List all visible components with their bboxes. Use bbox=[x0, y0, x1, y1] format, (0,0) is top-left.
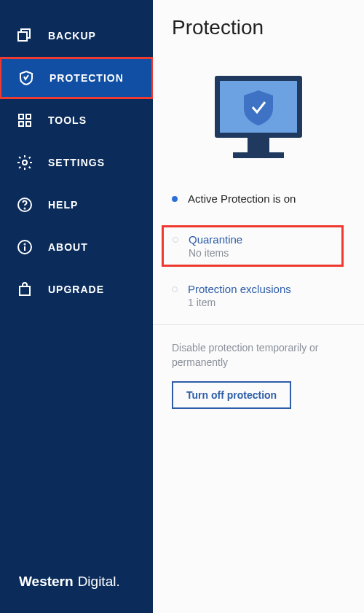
sidebar-item-help[interactable]: HELP bbox=[0, 184, 153, 226]
sidebar-item-label: SETTINGS bbox=[48, 157, 105, 168]
status-text: Active Protection is on bbox=[188, 192, 296, 205]
svg-point-5 bbox=[23, 160, 27, 165]
sidebar-item-settings[interactable]: SETTINGS bbox=[0, 141, 153, 184]
exclusions-title: Protection exclusions bbox=[188, 283, 291, 295]
svg-point-7 bbox=[25, 208, 25, 209]
sidebar-item-label: BACKUP bbox=[48, 30, 96, 42]
protection-illustration bbox=[153, 69, 364, 171]
quarantine-subtitle: No items bbox=[189, 247, 242, 259]
active-protection-status: Active Protection is on bbox=[153, 192, 364, 205]
sidebar-item-label: TOOLS bbox=[48, 114, 87, 126]
shield-icon bbox=[17, 69, 35, 87]
svg-rect-11 bbox=[20, 286, 30, 295]
brand-first: Western bbox=[19, 574, 74, 590]
disable-protection-section: Disable protection temporarily or perman… bbox=[153, 341, 364, 409]
svg-rect-4 bbox=[26, 122, 31, 126]
info-icon bbox=[16, 238, 33, 256]
status-bullet-icon bbox=[172, 196, 178, 202]
exclusions-subtitle: 1 item bbox=[188, 297, 291, 308]
brand-second: Digital. bbox=[78, 574, 120, 590]
svg-point-10 bbox=[25, 244, 25, 245]
quarantine-title: Quarantine bbox=[189, 233, 242, 246]
upgrade-icon bbox=[16, 281, 33, 298]
brand-logo: Western Digital. bbox=[0, 574, 153, 613]
disable-protection-description: Disable protection temporarily or perman… bbox=[172, 341, 345, 370]
main-panel: Protection Active Protection is on Quara… bbox=[153, 0, 364, 613]
sidebar-item-tools[interactable]: TOOLS bbox=[0, 99, 153, 141]
sidebar-item-label: HELP bbox=[48, 199, 78, 211]
bullet-icon bbox=[172, 286, 178, 292]
divider bbox=[153, 324, 364, 325]
sidebar-item-upgrade[interactable]: UPGRADE bbox=[0, 268, 153, 311]
svg-rect-3 bbox=[19, 122, 23, 126]
svg-rect-2 bbox=[26, 114, 31, 119]
gear-icon bbox=[16, 154, 33, 171]
page-title: Protection bbox=[153, 16, 364, 39]
sidebar: BACKUP PROTECTION TOOLS SETTINGS bbox=[0, 0, 153, 613]
sidebar-item-label: ABOUT bbox=[48, 241, 88, 253]
bullet-icon bbox=[173, 237, 178, 243]
tools-icon bbox=[16, 112, 33, 129]
sidebar-item-label: PROTECTION bbox=[50, 72, 124, 84]
help-icon bbox=[16, 196, 33, 214]
svg-rect-14 bbox=[248, 138, 269, 152]
backup-icon bbox=[16, 27, 33, 44]
sidebar-item-about[interactable]: ABOUT bbox=[0, 226, 153, 268]
svg-rect-15 bbox=[233, 152, 284, 158]
sidebar-item-label: UPGRADE bbox=[48, 284, 104, 295]
quarantine-link[interactable]: Quarantine No items bbox=[162, 225, 344, 267]
svg-rect-1 bbox=[19, 114, 23, 119]
sidebar-item-backup[interactable]: BACKUP bbox=[0, 15, 153, 57]
svg-rect-0 bbox=[18, 32, 27, 41]
sidebar-item-protection[interactable]: PROTECTION bbox=[0, 57, 154, 99]
exclusions-link[interactable]: Protection exclusions 1 item bbox=[153, 283, 364, 308]
turn-off-protection-button[interactable]: Turn off protection bbox=[172, 381, 291, 409]
